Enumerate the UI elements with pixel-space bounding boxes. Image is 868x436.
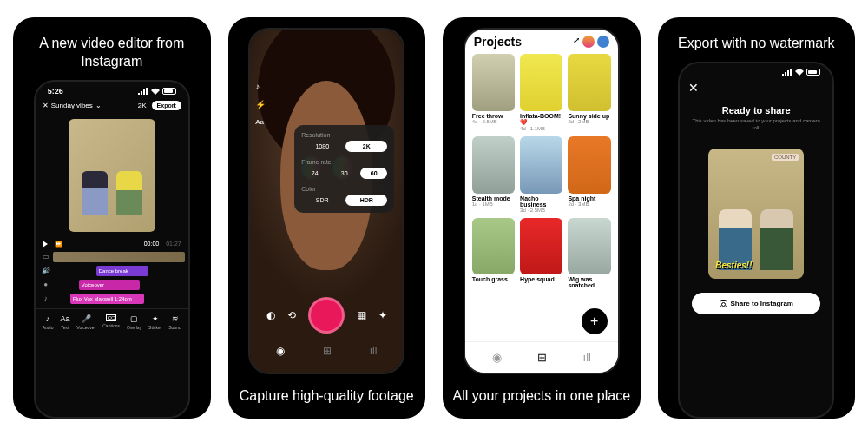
export-title: Ready to share <box>688 105 824 116</box>
tool-text[interactable]: AaText <box>60 314 69 330</box>
status-icons <box>138 88 176 95</box>
nav-projects-icon[interactable]: ⊞ <box>323 345 332 357</box>
phone-projects: Projects ⤢ Free throw4d · 2.5MB Inflata-… <box>464 28 620 374</box>
clip-voiceover[interactable]: Voiceover <box>79 280 140 290</box>
avatar[interactable] <box>597 36 609 48</box>
bottom-nav: ◉ ⊞ ıll <box>250 338 403 364</box>
tool-captions[interactable]: CCCaptions <box>102 314 120 330</box>
text-icon[interactable]: Aa <box>255 118 266 126</box>
close-icon[interactable]: ✕ <box>680 77 832 98</box>
gallery-icon[interactable]: ▦ <box>357 309 366 321</box>
tool-sticker[interactable]: ✦Sticker <box>148 314 161 330</box>
tool-voiceover[interactable]: 🎤Voiceover <box>76 314 95 330</box>
effects-icon[interactable]: ✦ <box>378 309 387 321</box>
battery-icon <box>806 69 820 76</box>
share-to-instagram-button[interactable]: Share to Instagram <box>692 293 820 314</box>
status-bar: 5:26 <box>36 82 188 97</box>
project-card[interactable]: Free throw4d · 2.5MB <box>472 54 515 131</box>
status-icons <box>782 69 820 76</box>
phone-editor: 5:26 ✕ Sunday vibes ⌄ 2K Export ⏩ <box>34 80 190 419</box>
nav-projects-icon[interactable]: ⊞ <box>537 351 547 364</box>
camera-side-tools: ♪ ⚡ Aa <box>255 82 266 126</box>
record-button[interactable] <box>308 297 345 334</box>
res-1080[interactable]: 1080 <box>301 141 343 152</box>
export-preview: COUNTY Besties!! <box>708 149 804 279</box>
color-sdr[interactable]: SDR <box>301 195 343 206</box>
flash-icon[interactable]: ⚡ <box>255 100 266 109</box>
bottom-nav: ◉ ⊞ ıll <box>465 341 618 373</box>
project-card[interactable]: Stealth mode1d · 1MB <box>472 136 515 213</box>
fps-60[interactable]: 60 <box>360 168 387 179</box>
music-icon[interactable]: ♪ <box>255 82 266 91</box>
caption: All your projects in one place <box>444 374 639 419</box>
headline: Export with no watermark <box>669 17 844 62</box>
expand-icon[interactable]: ⤢ <box>573 36 580 48</box>
signal-icon <box>138 88 148 95</box>
phone-camera: ♪ ⚡ Aa Resolution 1080 2K Frame rate 24 … <box>248 28 404 374</box>
fps-24[interactable]: 24 <box>301 168 328 179</box>
projects-title: Projects <box>474 35 522 49</box>
timer-icon[interactable]: ◐ <box>266 309 275 321</box>
editor-header: ✕ Sunday vibes ⌄ 2K Export <box>36 97 188 114</box>
play-icon[interactable] <box>43 241 48 248</box>
preview-figure <box>82 171 108 215</box>
preview-figure <box>116 171 142 215</box>
export-subtitle: This video has been saved to your projec… <box>688 118 824 132</box>
add-project-button[interactable]: + <box>582 308 608 334</box>
phone-export: ✕ Ready to share This video has been sav… <box>678 62 834 419</box>
framerate-label: Frame rate <box>301 159 387 165</box>
chevron-down-icon[interactable]: ⌄ <box>95 102 102 109</box>
editor-toolbar: ♪Audio AaText 🎤Voiceover CCCaptions ▢Ove… <box>36 308 188 335</box>
timeline-header: ⏩ 00:00 01:27 <box>36 237 188 251</box>
preview-canvas[interactable] <box>69 119 155 232</box>
project-card[interactable]: Hype squad <box>520 218 562 289</box>
nav-record-icon[interactable]: ◉ <box>276 345 285 357</box>
skip-icon[interactable]: ⏩ <box>55 241 62 248</box>
tool-overlay[interactable]: ▢Overlay <box>127 314 141 330</box>
res-2k[interactable]: 2K <box>345 141 387 152</box>
headline: A new video editor from Instagram <box>13 17 211 80</box>
color-hdr[interactable]: HDR <box>345 195 387 206</box>
camera-settings: Resolution 1080 2K Frame rate 24 30 60 C… <box>294 125 394 213</box>
clip-flux[interactable]: Flux Vox Maxwell 1:24pm <box>70 294 144 304</box>
tool-audio[interactable]: ♪Audio <box>43 314 54 330</box>
status-time: 5:26 <box>48 87 63 96</box>
nav-record-icon[interactable]: ◉ <box>492 351 502 364</box>
flip-icon[interactable]: ⟲ <box>287 309 296 321</box>
nav-insights-icon[interactable]: ıll <box>370 345 378 357</box>
clip-dance[interactable]: Dance break <box>96 266 148 276</box>
panel-projects: Projects ⤢ Free throw4d · 2.5MB Inflata-… <box>443 17 641 419</box>
battery-icon <box>162 88 176 95</box>
panel-editor: A new video editor from Instagram 5:26 ✕… <box>13 17 211 419</box>
instagram-icon <box>720 300 727 307</box>
county-sign: COUNTY <box>772 154 799 161</box>
preview-figure <box>760 209 793 270</box>
tool-sound[interactable]: ≋Sound <box>168 314 181 330</box>
wifi-icon <box>151 88 160 95</box>
project-card[interactable]: Sunny side up3d · 2MB <box>568 54 610 131</box>
camera-controls: ◐ ⟲ ▦ ✦ <box>250 297 403 334</box>
nav-insights-icon[interactable]: ıll <box>583 351 591 364</box>
fps-30[interactable]: 30 <box>331 168 358 179</box>
project-card[interactable]: Wig was snatched <box>568 218 610 289</box>
status-bar <box>680 63 832 77</box>
projects-grid: Free throw4d · 2.5MB Inflata-BOOM! ❤️4d … <box>465 54 618 288</box>
besties-text: Besties!! <box>715 261 752 270</box>
project-card[interactable]: Touch grass <box>472 218 515 289</box>
video-clip[interactable] <box>53 252 185 262</box>
export-button[interactable]: Export <box>152 101 181 110</box>
panel-camera: ♪ ⚡ Aa Resolution 1080 2K Frame rate 24 … <box>228 17 426 419</box>
quality-label[interactable]: 2K <box>138 102 147 109</box>
project-card[interactable]: Inflata-BOOM! ❤️4d · 1.1MB <box>520 54 562 131</box>
resolution-label: Resolution <box>301 132 387 138</box>
project-name[interactable]: Sunday vibes <box>51 102 93 109</box>
wifi-icon <box>795 69 804 76</box>
timeline[interactable]: ▭ 🔊Dance break ●Voiceover ♪Flux Vox Maxw… <box>36 251 188 305</box>
volume-icon: 🔊 <box>39 267 53 274</box>
project-card[interactable]: Nacho business3d · 2.5MB <box>520 136 562 213</box>
avatar[interactable] <box>582 36 595 48</box>
project-card[interactable]: Spa night2d · 3MB <box>568 136 610 213</box>
playhead-time: 00:00 <box>144 241 160 247</box>
caption: Capture high-quality footage <box>231 374 423 419</box>
close-icon[interactable]: ✕ <box>43 102 49 109</box>
